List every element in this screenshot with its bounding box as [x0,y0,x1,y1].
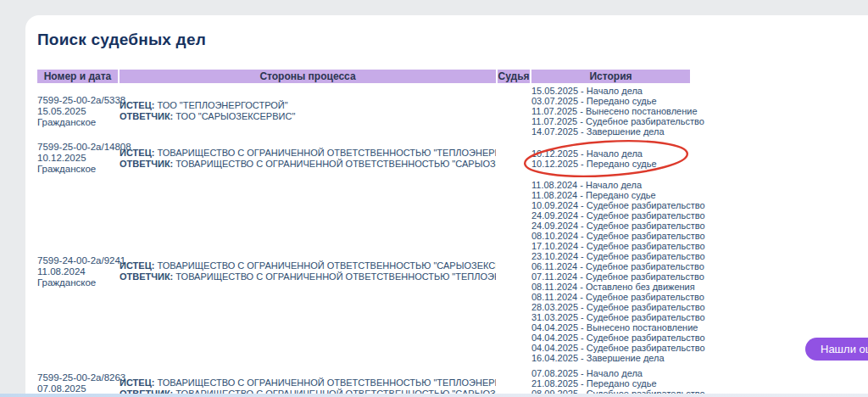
history-entry: 10.12.2025 - Передано судье [531,159,690,169]
history-entry: 08.11.2024 - Судебное разбирательство [531,292,690,302]
history-entry: 11.07.2025 - Судебное разбирательство [531,116,690,126]
case-parties-cell: ИСТЕЦ: ТОВАРИЩЕСТВО С ОГРАНИЧЕННОЙ ОТВЕТ… [120,148,496,170]
history-entry: 11.07.2025 - Вынесено постановление [531,106,690,116]
defendant-line: ОТВЕТЧИК: ТОО "САРЫОЗЕКСЕРВИС" [120,111,496,122]
history-entry: 04.04.2025 - Судебное разбирательство [531,343,690,353]
case-history-cell: 10.12.2025 - Начало дела10.12.2025 - Пер… [531,148,690,169]
plaintiff-line: ИСТЕЦ: ТОВАРИЩЕСТВО С ОГРАНИЧЕННОЙ ОТВЕТ… [120,260,496,271]
history-entry: 28.03.2025 - Судебное разбирательство [531,302,690,312]
history-entry: 17.10.2024 - Судебное разбирательство [531,241,690,251]
history-entry: 06.11.2024 - Судебное разбирательство [531,261,690,271]
court-case-search-page: Поиск судебных дел Номер и дата Стороны … [0,0,868,397]
plaintiff-name: ТОВАРИЩЕСТВО С ОГРАНИЧЕННОЙ ОТВЕТСТВЕННО… [157,148,496,158]
history-entry: 03.07.2025 - Передано судье [531,96,690,106]
case-number[interactable]: 7599-25-00-2а/5338 [37,95,118,106]
defendant-label: ОТВЕТЧИК: [120,111,173,121]
history-entry: 04.04.2025 - Судебное разбирательство [531,333,690,343]
history-entry: 31.03.2025 - Судебное разбирательство [531,312,690,322]
history-entry: 16.04.2025 - Завершение дела [531,353,690,363]
history-entry: 08.11.2024 - Оставлено без движения [531,282,690,292]
defendant-line: ОТВЕТЧИК: ТОВАРИЩЕСТВО С ОГРАНИЧЕННОЙ ОТ… [120,159,496,170]
history-entry: 24.09.2024 - Судебное разбирательство [531,210,690,221]
defendant-name: ТОВАРИЩЕСТВО С ОГРАНИЧЕННОЙ ОТВЕТСТВЕННО… [175,159,496,169]
found-error-button[interactable]: Нашли ошибку? [805,338,868,361]
case-rows-container: 7599-25-00-2а/5338 15.05.2025 Гражданско… [37,83,690,397]
case-row: 7599-25-00-2а/8263 07.08.2025 Гражданско… [37,366,690,397]
history-entry: 10.12.2025 - Начало дела [531,148,690,159]
column-header-parties: Стороны процесса [120,70,496,83]
history-entry: 14.07.2025 - Завершение дела [531,126,690,137]
plaintiff-line: ИСТЕЦ: ТОВАРИЩЕСТВО С ОГРАНИЧЕННОЙ ОТВЕТ… [120,377,496,389]
case-history-cell: 07.08.2025 - Начало дела21.08.2025 - Пер… [531,368,690,397]
history-entry: 23.10.2024 - Судебное разбирательство [531,251,690,261]
defendant-label: ОТВЕТЧИК: [120,159,173,169]
case-number[interactable]: 7599-25-00-2а/14808 [37,142,118,153]
case-number-date-cell: 7599-24-00-2а/9241 11.08.2024 Гражданско… [37,255,118,288]
column-header-judge: Судья [498,70,530,83]
case-row: 7599-25-00-2а/14808 10.12.2025 Гражданск… [37,139,690,177]
defendant-name: ТОО "САРЫОЗЕКСЕРВИС" [175,111,295,121]
case-parties-cell: ИСТЕЦ: ТОВАРИЩЕСТВО С ОГРАНИЧЕННОЙ ОТВЕТ… [120,260,496,282]
defendant-line: ОТВЕТЧИК: ТОВАРИЩЕСТВО С ОГРАНИЧЕННОЙ ОТ… [120,271,496,282]
case-row: 7599-24-00-2а/9241 11.08.2024 Гражданско… [37,177,690,366]
column-header-history: История [531,70,690,83]
plaintiff-label: ИСТЕЦ: [120,100,154,110]
plaintiff-name: ТОО "ТЕПЛОЭНЕРГОСТРОЙ" [157,100,287,110]
history-entry: 11.08.2024 - Передано судье [531,190,690,200]
case-row: 7599-25-00-2а/5338 15.05.2025 Гражданско… [37,83,690,139]
case-date: 10.12.2025 [37,153,118,164]
case-parties-cell: ИСТЕЦ: ТОО "ТЕПЛОЭНЕРГОСТРОЙ" ОТВЕТЧИК: … [120,100,496,122]
plaintiff-label: ИСТЕЦ: [120,260,154,271]
defendant-label: ОТВЕТЧИК: [120,271,173,282]
history-entry: 04.04.2025 - Вынесено постановление [531,322,690,333]
case-date: 07.08.2025 [37,383,118,394]
case-type: Гражданское [37,164,118,175]
case-type: Гражданское [37,277,118,288]
plaintiff-label: ИСТЕЦ: [120,148,154,158]
history-entry: 10.09.2024 - Судебное разбирательство [531,200,690,210]
plaintiff-label: ИСТЕЦ: [120,377,154,388]
case-date: 15.05.2025 [37,106,118,117]
case-number[interactable]: 7599-24-00-2а/9241 [37,255,118,266]
column-header-number-date: Номер и дата [37,70,118,83]
history-entry: 08.10.2024 - Судебное разбирательство [531,231,690,241]
case-type: Гражданское [37,117,118,128]
plaintiff-name: ТОВАРИЩЕСТВО С ОГРАНИЧЕННОЙ ОТВЕТСТВЕННО… [157,377,496,388]
case-number-date-cell: 7599-25-00-2а/14808 10.12.2025 Гражданск… [37,142,118,175]
cases-table: Номер и дата Стороны процесса Судья Исто… [37,70,690,397]
case-number-date-cell: 7599-25-00-2а/5338 15.05.2025 Гражданско… [37,95,118,128]
page-title: Поиск судебных дел [37,31,206,49]
history-entry: 21.08.2025 - Передано судье [531,378,690,389]
case-history-cell: 11.08.2024 - Начало дела11.08.2024 - Пер… [531,180,690,363]
defendant-name: ТОВАРИЩЕСТВО С ОГРАНИЧЕННОЙ ОТВЕТСТВЕННО… [175,271,496,282]
plaintiff-line: ИСТЕЦ: ТОО "ТЕПЛОЭНЕРГОСТРОЙ" [120,100,496,111]
history-entry: 07.11.2024 - Судебное разбирательство [531,271,690,282]
case-date: 11.08.2024 [37,266,118,277]
history-entry: 24.09.2024 - Судебное разбирательство [531,221,690,231]
case-history-cell: 15.05.2025 - Начало дела03.07.2025 - Пер… [531,86,690,137]
history-entry: 15.05.2025 - Начало дела [531,86,690,96]
plaintiff-line: ИСТЕЦ: ТОВАРИЩЕСТВО С ОГРАНИЧЕННОЙ ОТВЕТ… [120,148,496,159]
bottom-edge-strip [0,394,868,397]
case-number[interactable]: 7599-25-00-2а/8263 [37,372,118,383]
history-entry: 07.08.2025 - Начало дела [531,368,690,378]
history-entry: 11.08.2024 - Начало дела [531,180,690,190]
plaintiff-name: ТОВАРИЩЕСТВО С ОГРАНИЧЕННОЙ ОТВЕТСТВЕННО… [157,260,496,271]
table-header-row: Номер и дата Стороны процесса Судья Исто… [37,70,690,83]
